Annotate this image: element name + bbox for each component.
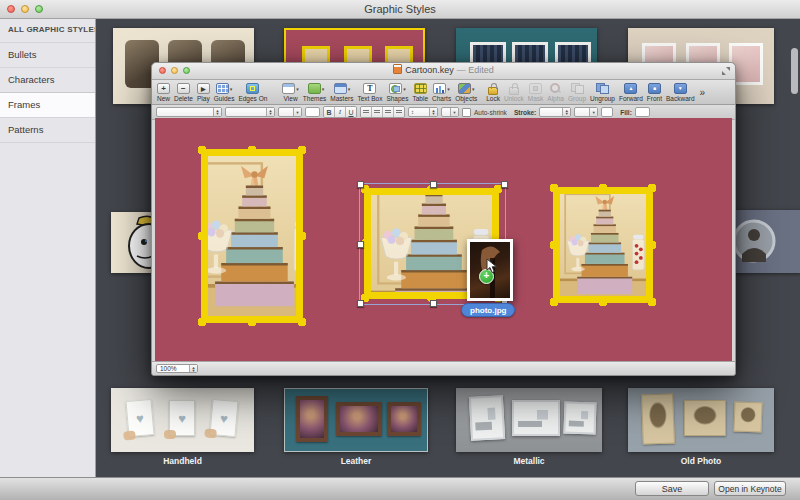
sidebar-item-all-graphic-styles[interactable]: ALL GRAPHIC STYLES (0, 18, 95, 43)
style-label-leather: Leather (284, 456, 428, 466)
group-icon (571, 83, 584, 94)
selection-handle[interactable] (430, 181, 437, 188)
spacing-select[interactable]: ▼ (441, 107, 459, 117)
themes-icon (308, 83, 321, 94)
metal-frame (469, 395, 505, 441)
charts-button[interactable]: ▾Charts (430, 80, 453, 104)
style-label-old-photo: Old Photo (628, 456, 774, 466)
align-left-button[interactable] (361, 107, 372, 117)
style-label-metallic: Metallic (456, 456, 602, 466)
view-icon (282, 83, 295, 94)
backward-button[interactable]: Backward (664, 80, 697, 104)
save-button[interactable]: Save (635, 481, 709, 496)
cartoon-frame-left[interactable] (197, 145, 307, 327)
sidebar-item-bullets[interactable]: Bullets (0, 43, 95, 68)
text-color-well[interactable] (305, 107, 320, 117)
stroke-style-select[interactable]: ▲▼ (539, 107, 571, 117)
autoshrink-checkbox[interactable] (462, 108, 471, 117)
masters-button[interactable]: ▾Masters (328, 80, 355, 104)
vertical-align-select[interactable]: ↕▲▼ (408, 107, 438, 117)
ungroup-icon (596, 83, 609, 94)
cartoon-frame-right[interactable] (549, 183, 657, 307)
font-family-select[interactable]: ▲▼ (156, 107, 222, 117)
view-button[interactable]: ▾View (280, 80, 301, 104)
alignment-group (360, 106, 405, 118)
shapes-icon (389, 83, 402, 94)
group-button[interactable]: Group (566, 80, 588, 104)
typeface-select[interactable]: ▲▼ (225, 107, 275, 117)
new-button[interactable]: New (155, 80, 172, 104)
keynote-toolbar: New Delete Play ▾Guides Edges On ▾View ▾… (152, 80, 735, 105)
themes-button[interactable]: ▾Themes (301, 80, 328, 104)
keynote-titlebar[interactable]: Cartoon.key— Edited (152, 63, 735, 80)
document-name: Cartoon.key (405, 65, 454, 75)
style-thumb-handheld[interactable]: ♥ ♥ ♥ (111, 388, 254, 452)
open-in-keynote-button[interactable]: Open in Keynote (714, 481, 786, 496)
align-center-button[interactable] (372, 107, 383, 117)
close-button[interactable] (159, 67, 166, 74)
fullscreen-icon[interactable] (722, 67, 730, 75)
table-button[interactable]: Table (410, 80, 430, 104)
sidebar-item-frames[interactable]: Frames (0, 92, 95, 118)
italic-button[interactable]: I (335, 107, 346, 117)
fill-color-well[interactable] (635, 107, 650, 117)
play-button[interactable]: Play (195, 80, 212, 104)
alpha-icon (549, 83, 562, 94)
bold-button[interactable]: B (324, 107, 335, 117)
forward-button[interactable]: Forward (617, 80, 645, 104)
toolbar-overflow-button[interactable]: » (700, 87, 706, 98)
leather-frame (387, 402, 421, 436)
alpha-button[interactable]: Alpha (545, 80, 566, 104)
selection-handle[interactable] (357, 300, 364, 307)
bottom-bar: Save Open in Keynote (0, 477, 800, 500)
align-right-button[interactable] (383, 107, 394, 117)
handheld-paper: ♥ (209, 399, 238, 437)
framed-photo (560, 194, 646, 296)
shapes-button[interactable]: ▾Shapes (384, 80, 410, 104)
keynote-statusbar: 100% ▲▼ (152, 361, 735, 375)
keynote-window: Cartoon.key— Edited New Delete Play ▾Gui… (151, 62, 736, 376)
mask-icon (529, 83, 542, 94)
heart-icon: ♥ (178, 411, 186, 426)
lock-button[interactable]: Lock (484, 80, 502, 104)
stroke-width-select[interactable]: ▼ (574, 107, 598, 117)
font-size-select[interactable]: ▼ (278, 107, 302, 117)
stroke-label: Stroke: (514, 109, 536, 116)
objects-button[interactable]: ▾Objects (453, 80, 479, 104)
sidebar-item-patterns[interactable]: Patterns (0, 118, 95, 143)
zoom-level-value: 100% (160, 365, 177, 372)
vertical-scrollbar[interactable] (791, 48, 798, 94)
sidebar-item-characters[interactable]: Characters (0, 68, 95, 93)
forward-icon (624, 83, 637, 94)
zoom-button[interactable] (183, 67, 190, 74)
style-thumb-old-photo[interactable] (628, 388, 774, 452)
front-button[interactable]: Front (645, 80, 664, 104)
delete-button[interactable]: Delete (172, 80, 195, 104)
zoom-level-select[interactable]: 100% ▲▼ (156, 364, 198, 373)
slide-canvas[interactable]: + photo.jpg (155, 118, 732, 362)
selection-handle[interactable] (501, 181, 508, 188)
metal-frame (563, 401, 596, 434)
style-thumb-metallic[interactable] (456, 388, 602, 452)
unlock-button[interactable]: Unlock (502, 80, 526, 104)
handheld-paper: ♥ (125, 399, 154, 437)
charts-icon (433, 83, 446, 94)
align-justify-button[interactable] (394, 107, 404, 117)
edges-button[interactable]: Edges On (236, 80, 269, 104)
selection-handle[interactable] (357, 241, 364, 248)
style-thumb-circle-portrait[interactable] (733, 210, 800, 273)
textbox-button[interactable]: Text Box (355, 80, 384, 104)
style-thumb-leather[interactable] (284, 388, 428, 452)
front-icon (648, 83, 661, 94)
text-style-group: B I U (323, 106, 357, 118)
mask-button[interactable]: Mask (526, 80, 546, 104)
selection-handle[interactable] (430, 300, 437, 307)
stroke-color-well[interactable] (601, 107, 613, 117)
selection-handle[interactable] (357, 181, 364, 188)
handheld-paper: ♥ (169, 400, 195, 436)
minimize-button[interactable] (171, 67, 178, 74)
ungroup-button[interactable]: Ungroup (588, 80, 617, 104)
table-icon (414, 83, 427, 94)
guides-button[interactable]: ▾Guides (212, 80, 237, 104)
underline-button[interactable]: U (346, 107, 356, 117)
